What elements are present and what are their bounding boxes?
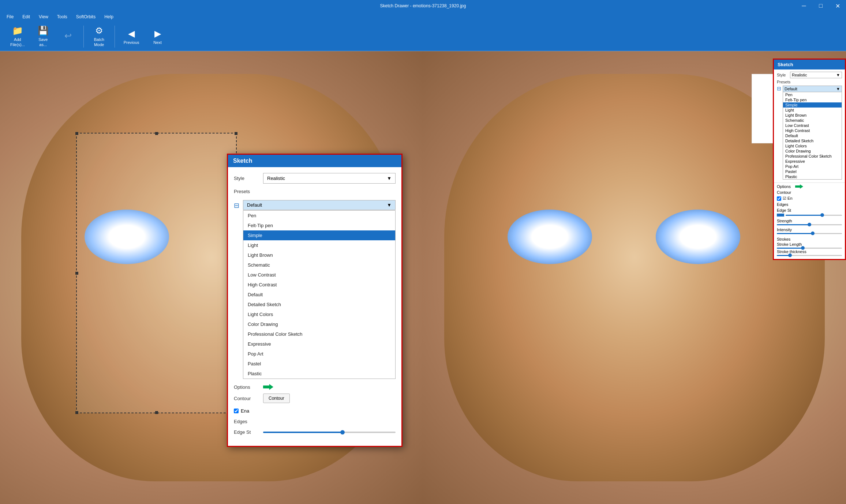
- small-item-default[interactable]: Default: [783, 133, 842, 138]
- small-item-low-contrast[interactable]: Low Contrast: [783, 123, 842, 128]
- handle-mid-left[interactable]: [75, 272, 78, 275]
- small-preset-value: Default: [785, 87, 797, 91]
- small-item-professional[interactable]: Professional Color Sketch: [783, 154, 842, 159]
- small-preset-dropdown-wrapper: Default ▼ Pen Felt-Tip pen Simple Light …: [783, 86, 842, 180]
- menu-edit[interactable]: Edit: [19, 13, 34, 21]
- small-item-color-drawing[interactable]: Color Drawing: [783, 148, 842, 154]
- next-button[interactable]: ▶ Next: [147, 26, 169, 48]
- next-label: Next: [153, 40, 162, 45]
- preset-item-light-colors[interactable]: Light Colors: [243, 309, 395, 319]
- edge-strength-thumb[interactable]: [340, 430, 345, 435]
- preset-item-simple[interactable]: Simple: [243, 230, 395, 240]
- preset-item-pop-art[interactable]: Pop Art: [243, 349, 395, 359]
- enable-checkbox[interactable]: [234, 409, 239, 413]
- small-item-schematic[interactable]: Schematic: [783, 118, 842, 123]
- preset-item-light-brown[interactable]: Light Brown: [243, 250, 395, 260]
- preset-item-pen[interactable]: Pen: [243, 211, 395, 221]
- small-item-expressive[interactable]: Expressive: [783, 159, 842, 164]
- small-options-row: Options: [777, 184, 842, 189]
- handle-bot-mid[interactable]: [155, 411, 158, 414]
- preset-item-plastic[interactable]: Plastic: [243, 369, 395, 379]
- small-intensity-thumb[interactable]: [811, 232, 815, 235]
- window-controls: ─ □ ✕: [796, 0, 846, 12]
- preset-dropdown-container: Default ▼ Pen Felt-Tip pen Simple Light …: [243, 200, 396, 379]
- add-files-button[interactable]: 📁 AddFile(s)...: [6, 23, 29, 50]
- previous-button[interactable]: ◀ Previous: [119, 26, 144, 48]
- close-button[interactable]: ✕: [829, 0, 846, 12]
- edge-strength-row: Edge St: [234, 429, 396, 435]
- small-sketch-panel: Sketch Style Realistic ▼ Presets ⊟ Defau…: [773, 59, 846, 260]
- small-edge-thumb[interactable]: [820, 213, 824, 217]
- small-enable-label: ☑ En: [783, 196, 793, 201]
- preset-item-color-drawing[interactable]: Color Drawing: [243, 319, 395, 329]
- canvas-area[interactable]: Sketch Style Realistic ▼ Preset: [0, 51, 846, 504]
- maximize-button[interactable]: □: [812, 0, 829, 12]
- small-item-light-brown[interactable]: Light Brown: [783, 113, 842, 118]
- small-stroke-thickness-track[interactable]: [777, 255, 842, 256]
- small-preset-list[interactable]: Pen Felt-Tip pen Simple Light Light Brow…: [783, 92, 842, 180]
- small-stroke-length-thumb[interactable]: [801, 246, 805, 250]
- selection-box[interactable]: [76, 133, 237, 414]
- small-strength-track[interactable]: [777, 224, 842, 225]
- small-item-light-colors[interactable]: Light Colors: [783, 143, 842, 148]
- preset-item-low-contrast[interactable]: Low Contrast: [243, 270, 395, 280]
- undo-button[interactable]: ↩: [57, 28, 79, 45]
- previous-label: Previous: [124, 40, 139, 45]
- small-enable-checkbox[interactable]: [777, 196, 781, 201]
- handle-top-right[interactable]: [235, 132, 237, 135]
- preset-dropdown-list[interactable]: Pen Felt-Tip pen Simple Light Light Brow…: [243, 210, 396, 379]
- small-stroke-thickness-thumb[interactable]: [788, 253, 792, 257]
- preset-item-pastel[interactable]: Pastel: [243, 359, 395, 369]
- handle-bot-left[interactable]: [75, 411, 78, 414]
- add-files-label: AddFile(s)...: [10, 37, 25, 47]
- small-item-simple[interactable]: Simple: [783, 102, 842, 108]
- presets-section: Presets ⊟ Default ▼ Pen: [234, 189, 396, 379]
- edge-strength-track[interactable]: [263, 432, 396, 433]
- preset-selected-display[interactable]: Default ▼: [243, 200, 396, 210]
- window-title: Sketch Drawer - emotions-371238_1920.jpg: [380, 3, 466, 8]
- small-stroke-length-track[interactable]: [777, 248, 842, 249]
- preset-item-professional[interactable]: Professional Color Sketch: [243, 329, 395, 339]
- small-item-pastel[interactable]: Pastel: [783, 169, 842, 174]
- menu-softorbits[interactable]: SoftOrbits: [72, 13, 99, 21]
- small-item-pen[interactable]: Pen: [783, 92, 842, 97]
- save-as-button[interactable]: 💾 Saveas...: [32, 23, 54, 50]
- small-item-detailed[interactable]: Detailed Sketch: [783, 138, 842, 143]
- preset-item-detailed-sketch[interactable]: Detailed Sketch: [243, 300, 395, 309]
- small-item-felt-tip[interactable]: Felt-Tip pen: [783, 97, 842, 102]
- contour-button[interactable]: Contour: [263, 394, 290, 403]
- menu-view[interactable]: View: [35, 13, 52, 21]
- menu-help[interactable]: Help: [101, 13, 117, 21]
- preset-item-felt-tip[interactable]: Felt-Tip pen: [243, 221, 395, 230]
- small-edge-slider-row: [777, 214, 842, 217]
- preset-item-schematic[interactable]: Schematic: [243, 260, 395, 270]
- small-strokes-label: Strokes: [777, 237, 790, 241]
- menu-file[interactable]: File: [3, 13, 17, 21]
- small-style-dropdown[interactable]: Realistic ▼: [790, 72, 842, 78]
- preset-item-light[interactable]: Light: [243, 240, 395, 250]
- small-stroke-thickness-section: Stroke thickness: [777, 249, 842, 256]
- small-stroke-thickness-label: Stroke thickness: [777, 249, 806, 254]
- small-item-light[interactable]: Light: [783, 108, 842, 113]
- style-dropdown[interactable]: Realistic ▼: [263, 173, 396, 184]
- menu-tools[interactable]: Tools: [53, 13, 71, 21]
- options-row: Options: [234, 384, 396, 390]
- style-value: Realistic: [267, 176, 285, 181]
- preset-item-expressive[interactable]: Expressive: [243, 339, 395, 349]
- small-edge-track[interactable]: [786, 215, 842, 216]
- preset-item-high-contrast[interactable]: High Contrast: [243, 280, 395, 290]
- handle-top-mid[interactable]: [155, 132, 158, 135]
- small-item-plastic[interactable]: Plastic: [783, 174, 842, 179]
- batch-mode-button[interactable]: ⚙ BatchMode: [88, 23, 110, 50]
- preset-item-default[interactable]: Default: [243, 290, 395, 300]
- edges-row: Edges: [234, 419, 396, 424]
- handle-top-left[interactable]: [75, 132, 78, 135]
- small-item-pop-art[interactable]: Pop Art: [783, 164, 842, 169]
- small-strength-thumb[interactable]: [808, 223, 811, 226]
- small-preset-selected[interactable]: Default ▼: [783, 86, 842, 92]
- small-intensity-section: Intensity: [777, 227, 842, 234]
- small-item-high-contrast[interactable]: High Contrast: [783, 128, 842, 133]
- small-intensity-track[interactable]: [777, 233, 842, 234]
- main-content: Sketch Style Realistic ▼ Preset: [0, 51, 846, 504]
- minimize-button[interactable]: ─: [796, 0, 812, 12]
